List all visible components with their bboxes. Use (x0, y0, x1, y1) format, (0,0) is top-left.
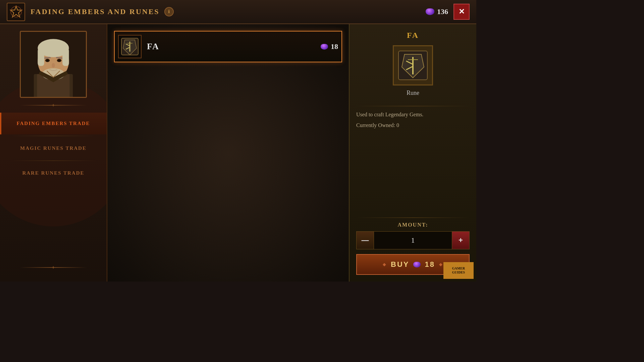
svg-rect-10 (62, 48, 69, 66)
spacer (356, 132, 470, 214)
item-row-fa[interactable]: FA 18 (114, 31, 342, 62)
pentagram-icon (10, 5, 22, 18)
currency-display: 136 (426, 7, 448, 16)
buy-cost-gem-icon (413, 262, 421, 267)
buy-label: BUY (391, 260, 409, 269)
sidebar: ✦ FADING EMBERS TRADE MAGIC RUNES TRADE … (0, 24, 107, 282)
panel-item-icon (393, 45, 433, 85)
main-container: FADING EMBERS AND RUNES i 136 ✕ (0, 0, 476, 282)
content-area: ✦ FADING EMBERS TRADE MAGIC RUNES TRADE … (0, 24, 476, 282)
sidebar-nav: FADING EMBERS TRADE MAGIC RUNES TRADE RA… (0, 113, 107, 275)
sidebar-divider-bottom: ✦ (20, 264, 87, 271)
item-cost-fa: 18 (321, 42, 338, 51)
sidebar-item-magic-runes-label: MAGIC RUNES TRADE (20, 145, 87, 151)
watermark-line1: GAMER (452, 266, 465, 270)
panel-separator-2 (356, 218, 470, 218)
sidebar-separator-2 (11, 161, 96, 161)
amount-label: AMOUNT: (356, 222, 470, 228)
svg-point-17 (52, 63, 55, 68)
info-button[interactable]: i (164, 7, 174, 16)
currency-gem-icon (426, 8, 434, 15)
sidebar-item-rare-runes[interactable]: RARE RUNES TRADE (0, 162, 107, 184)
item-cost-amount: 18 (331, 42, 338, 51)
panel-rune-icon (398, 50, 428, 80)
watermark-text: GAMER GUIDES (452, 266, 465, 275)
main-content: FA 18 (107, 24, 349, 282)
fa-rune-icon (120, 37, 140, 57)
amount-control: — 1 + (356, 231, 470, 249)
right-panel: FA Rune Used to craft Legendary Gems. Cu… (349, 24, 476, 282)
item-cost-gem-icon (321, 44, 328, 50)
sidebar-item-fading-embers[interactable]: FADING EMBERS TRADE (0, 113, 107, 134)
svg-rect-9 (38, 48, 44, 66)
panel-description: Used to craft Legendary Gems. (356, 110, 470, 119)
sidebar-item-fading-embers-label: FADING EMBERS TRADE (16, 121, 90, 126)
sidebar-divider-top: ✦ (20, 102, 87, 109)
bg-pattern (107, 24, 349, 282)
panel-title: FA (356, 31, 470, 40)
amount-value: 1 (374, 236, 452, 245)
watermark: GAMER GUIDES (443, 262, 474, 279)
item-name-fa: FA (147, 42, 321, 52)
header-title: FADING EMBERS AND RUNES (31, 7, 160, 16)
item-icon-fa (118, 35, 142, 58)
amount-decrease-button[interactable]: — (357, 232, 374, 249)
avatar (20, 31, 87, 98)
panel-owned: Currently Owned: 0 (356, 122, 470, 128)
amount-increase-button[interactable]: + (452, 232, 469, 249)
item-list: FA 18 (114, 31, 342, 62)
sidebar-item-rare-runes-label: RARE RUNES TRADE (22, 170, 84, 176)
header-icon (7, 3, 25, 21)
svg-point-14 (58, 59, 60, 61)
currency-amount: 136 (437, 7, 448, 16)
panel-item-type: Rune (356, 89, 470, 97)
close-button[interactable]: ✕ (453, 4, 470, 20)
watermark-line2: GUIDES (452, 270, 465, 274)
header: FADING EMBERS AND RUNES i 136 ✕ (0, 0, 476, 24)
panel-separator-1 (356, 106, 470, 106)
divider-ornament: ✦ (51, 103, 55, 108)
buy-cost: 18 (425, 260, 435, 269)
sidebar-item-magic-runes[interactable]: MAGIC RUNES TRADE (0, 137, 107, 159)
svg-point-13 (47, 59, 49, 61)
divider-ornament-bottom: ✦ (51, 265, 55, 270)
avatar-portrait (21, 32, 86, 97)
sidebar-separator-1 (11, 136, 96, 136)
